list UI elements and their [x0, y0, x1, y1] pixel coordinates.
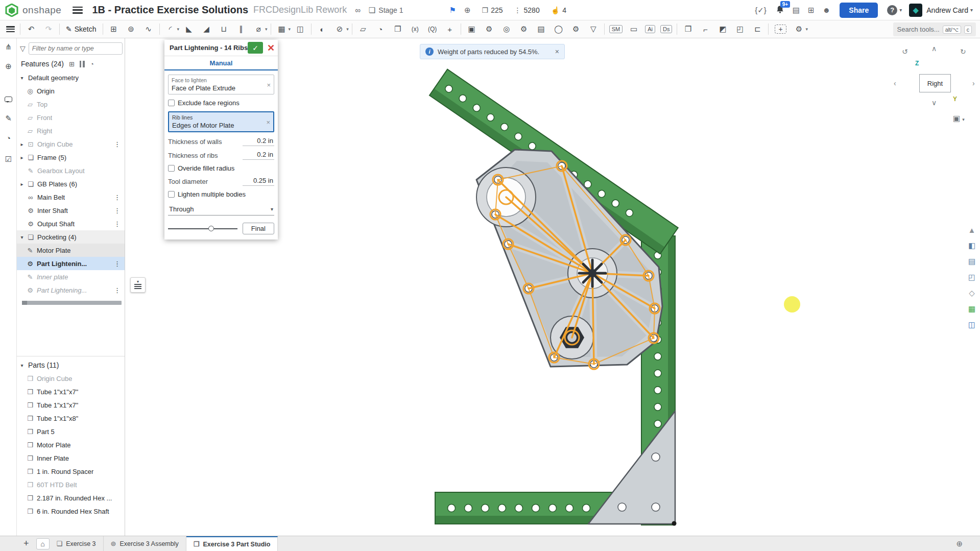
sheet-icon[interactable]: ▤ — [535, 23, 547, 35]
ai-assistant-icon[interactable]: ⚙ — [793, 23, 805, 35]
rollback-bar[interactable] — [22, 301, 122, 305]
fillet-caret-icon[interactable]: ▾ — [177, 27, 180, 32]
part-item-round-spacer[interactable]: ❒1 in. Round Spacer — [17, 465, 125, 478]
tree-item-origin-cube[interactable]: ▸ ⊡ Origin Cube ⋮ — [17, 137, 125, 151]
tree-item-inter-shaft[interactable]: ⚙ Inter Shaft ⋮ — [17, 204, 125, 217]
suppress-dots-icon[interactable]: ⋮ — [114, 286, 121, 294]
shell-icon[interactable]: ⊔ — [218, 23, 230, 35]
part-item-htd-belt[interactable]: ❒60T HTD Belt — [17, 478, 125, 491]
thickness-of-walls-input[interactable]: 0.2 in — [243, 137, 274, 146]
part-item-origin-cube[interactable]: ❒Origin Cube — [17, 372, 125, 385]
custom-feature-robot-icon[interactable]: ⚙ — [483, 23, 495, 35]
suppress-dots-icon[interactable]: ⋮ — [114, 140, 121, 148]
split-icon[interactable]: ⊘ — [333, 23, 346, 35]
link-icon[interactable]: ∞ — [355, 6, 361, 14]
fold-icon[interactable]: ❐ — [682, 23, 694, 35]
preview-slider[interactable] — [168, 225, 237, 232]
extrude-icon[interactable]: ⊞ — [108, 23, 120, 35]
end-condition-dropdown[interactable]: Through ▾ — [168, 203, 274, 215]
tree-item-part-lightening-suppressed[interactable]: ⚙ Part Lightening... ⋮ — [17, 283, 125, 297]
notification-close-icon[interactable]: × — [555, 47, 559, 56]
rotate-ccw-icon[interactable]: ↺ — [902, 47, 908, 56]
frame-point-icon[interactable]: + — [775, 25, 786, 34]
chevron-down-icon[interactable]: ▾ — [18, 75, 26, 81]
override-fillet-radius-checkbox[interactable]: Overide fillet radius — [168, 164, 274, 172]
dialog-close-icon[interactable]: ✕ — [267, 42, 275, 54]
slider-thumb[interactable] — [208, 226, 214, 231]
section-view-icon[interactable]: ◧ — [966, 239, 978, 252]
face-to-lighten-field[interactable]: Face to lighten Face of Plate Extrude × — [168, 75, 274, 94]
rotate-right-icon[interactable]: › — [972, 79, 975, 87]
sketch-button[interactable]: ✎ Sketch — [66, 25, 97, 33]
tree-item-motor-plate-sketch[interactable]: ✎ Motor Plate — [17, 244, 125, 257]
part-item-motor-plate[interactable]: ❒Motor Plate — [17, 438, 125, 451]
helix-icon[interactable]: ◔ — [374, 23, 387, 35]
draft-icon[interactable]: ◢ — [200, 23, 212, 35]
notifications-button[interactable]: 9+ — [776, 5, 784, 16]
suppress-dots-icon[interactable]: ⋮ — [114, 194, 121, 201]
tool-diameter-input[interactable]: 0.25 in — [243, 177, 274, 186]
avatar[interactable]: ◆ — [909, 4, 922, 17]
new-tab-button[interactable]: + — [23, 538, 29, 549]
suppress-dots-icon[interactable]: ⋮ — [114, 260, 121, 268]
suppress-pause-icon[interactable] — [80, 61, 85, 67]
bend-icon[interactable]: ⌐ — [699, 23, 711, 35]
tree-item-gb-plates-folder[interactable]: ▸ ❏ GB Plates (6) — [17, 177, 125, 190]
timer-icon[interactable]: ◔ — [90, 60, 94, 68]
feature-list-flyout-button[interactable]: ▾ — [130, 277, 146, 293]
versions-icon[interactable]: ⋔ — [0, 39, 17, 55]
undo-icon[interactable]: ↶ — [25, 23, 37, 35]
lighten-multiple-bodies-checkbox[interactable]: Lighten multiple bodies — [168, 190, 274, 198]
tree-item-front-plane[interactable]: ▱ Front — [17, 111, 125, 124]
tab-manual[interactable]: Manual — [164, 56, 278, 70]
tree-item-gearbox-layout[interactable]: ✎ Gearbox Layout — [17, 164, 125, 177]
view-cube-face[interactable]: Right — [919, 74, 951, 92]
custom-feature-robot2-icon[interactable]: ⚙ — [518, 23, 530, 35]
dialog-confirm-button[interactable]: ✓ — [248, 42, 263, 54]
part-item-rounded-hex-2187[interactable]: ❒2.187 in. Rounded Hex ... — [17, 491, 125, 505]
sheet-metal-chip[interactable]: SM — [609, 25, 623, 33]
chevron-right-icon[interactable]: ▸ — [18, 155, 26, 160]
balloon-icon[interactable]: ◎ — [500, 23, 513, 35]
exclude-face-regions-checkbox[interactable]: Exclude face regions — [168, 99, 274, 107]
tree-item-top-plane[interactable]: ▱ Top — [17, 98, 125, 111]
variable-icon[interactable]: (x) — [409, 23, 421, 35]
chamfer-icon[interactable]: ◣ — [183, 23, 195, 35]
clear-selection-icon[interactable]: × — [266, 118, 270, 126]
tree-item-frame-folder[interactable]: ▸ ❏ Frame (5) — [17, 151, 125, 164]
filter-feature-icon[interactable]: ▽ — [587, 23, 600, 35]
app-store-icon[interactable]: ⊞ — [808, 6, 815, 15]
hole-icon[interactable]: ⌀ — [252, 23, 265, 35]
tree-item-default-geometry[interactable]: ▾ Default geometry — [17, 71, 125, 84]
rotate-left-icon[interactable]: ‹ — [894, 79, 896, 87]
redo-icon[interactable]: ↷ — [42, 23, 55, 35]
tree-item-right-plane[interactable]: ▱ Right — [17, 124, 125, 137]
view-options-cube-icon[interactable]: ▣ ▾ — [953, 114, 965, 123]
likes-stat[interactable]: ☝ 4 — [551, 6, 566, 14]
thickness-of-ribs-input[interactable]: 0.2 in — [243, 151, 274, 160]
flatten-icon[interactable]: ⊏ — [751, 23, 763, 35]
primitive-icon[interactable]: ▣ — [466, 23, 478, 35]
tasks-icon[interactable]: ▤ — [793, 6, 800, 15]
corner-icon[interactable]: ◰ — [734, 23, 746, 35]
clear-selection-icon[interactable]: × — [267, 81, 271, 88]
follows-stat[interactable]: ⋮ 5280 — [514, 6, 540, 14]
public-globe-icon[interactable]: ⊕ — [464, 6, 471, 15]
checkbox-icon[interactable] — [168, 100, 175, 106]
tab-exercise-3[interactable]: ❏ Exercise 3 — [50, 536, 104, 551]
main-menu-button[interactable] — [73, 7, 83, 14]
isolate-icon[interactable]: ◰ — [966, 271, 978, 283]
display-style-icon[interactable]: ▲ — [966, 224, 978, 236]
chevron-right-icon[interactable]: ▸ — [18, 181, 26, 187]
ring-icon[interactable]: ◯ — [553, 23, 565, 35]
tree-item-part-lightening-selected[interactable]: ⚙ Part Lightenin... ⋮ — [17, 257, 125, 270]
gear-icon[interactable]: ⚙ — [570, 23, 582, 35]
help-button[interactable]: ? — [887, 5, 897, 15]
part-item-tube-7b[interactable]: ❒Tube 1"x1"x7" — [17, 398, 125, 412]
tab-exercise-3-part-studio[interactable]: ❒ Exercise 3 Part Studio — [186, 536, 278, 551]
share-button[interactable]: Share — [840, 3, 878, 18]
chevron-down-icon[interactable]: ▾ — [18, 363, 26, 368]
filter-funnel-icon[interactable]: ▽ — [20, 44, 26, 53]
revolve-icon[interactable]: ⊚ — [125, 23, 137, 35]
tree-item-main-belt[interactable]: ∞ Main Belt ⋮ — [17, 190, 125, 204]
